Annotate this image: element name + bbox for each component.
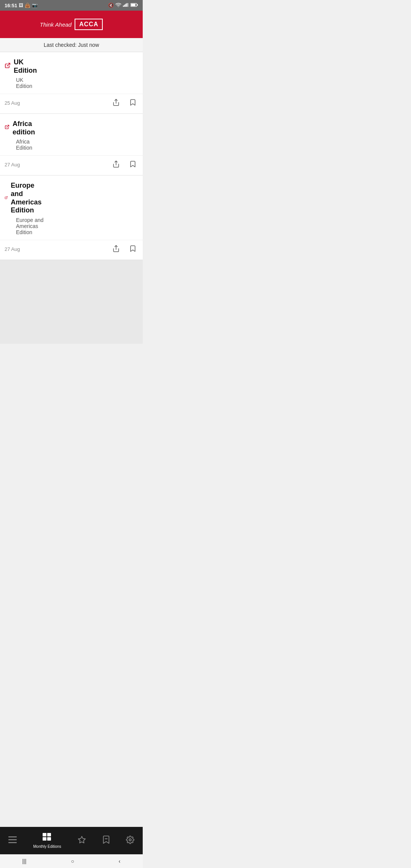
- africa-card-main: Africa edition Africa Edition AB AFR Rev…: [0, 114, 143, 155]
- uk-date: 25 Aug: [5, 100, 20, 106]
- eu-am-edition-card[interactable]: Europe and Americas Edition Europe and A…: [0, 176, 143, 260]
- eu-am-bookmark-button[interactable]: [127, 243, 138, 255]
- africa-date: 27 Aug: [5, 162, 20, 168]
- africa-actions: [111, 159, 138, 171]
- status-right: 🔇: [108, 2, 138, 9]
- nav-settings[interactable]: [121, 833, 139, 848]
- africa-edition-subtitle: Africa Edition: [5, 139, 38, 151]
- status-time: 16:51: [5, 3, 17, 8]
- empty-area: [0, 260, 143, 344]
- nav-spacer: [0, 344, 143, 385]
- africa-card-footer: 27 Aug: [0, 155, 143, 175]
- wallet-icon: 👜: [25, 3, 30, 8]
- svg-rect-6: [137, 4, 138, 5]
- africa-external-link-icon: [5, 124, 10, 132]
- monthly-editions-label: Monthly Editions: [33, 844, 61, 849]
- uk-edition-card[interactable]: UK Edition UK Edition AB UK Grape expect…: [0, 52, 143, 114]
- svg-rect-0: [123, 6, 124, 7]
- recents-button[interactable]: |||: [22, 858, 26, 864]
- monthly-editions-icon: [43, 833, 52, 843]
- svg-rect-4: [128, 3, 129, 7]
- uk-bookmark-button[interactable]: [127, 97, 138, 109]
- svg-rect-2: [125, 4, 126, 7]
- mute-icon: 🔇: [108, 3, 114, 8]
- svg-rect-15: [8, 839, 17, 840]
- svg-rect-7: [131, 4, 135, 6]
- menu-icon: [8, 836, 17, 845]
- svg-line-10: [6, 125, 9, 127]
- eu-am-card-footer: 27 Aug: [0, 240, 143, 260]
- eu-am-edition-subtitle: Europe and Americas Edition: [5, 217, 47, 235]
- africa-card-text: Africa edition Africa Edition: [5, 120, 38, 151]
- eu-am-card-text: Europe and Americas Edition Europe and A…: [5, 182, 47, 235]
- svg-rect-16: [8, 842, 17, 843]
- svg-rect-1: [124, 5, 125, 7]
- uk-card-main: UK Edition UK Edition AB UK Grape expect…: [0, 52, 143, 94]
- africa-title-row: Africa edition: [5, 120, 38, 136]
- svg-rect-14: [8, 836, 17, 838]
- africa-bookmark-button[interactable]: [127, 159, 138, 171]
- gallery-icon: 🖼: [19, 3, 23, 8]
- wifi-icon: [115, 2, 121, 9]
- home-button[interactable]: ○: [71, 858, 74, 864]
- eu-am-card-main: Europe and Americas Edition Europe and A…: [0, 176, 143, 239]
- app-header: Think Ahead ACCA: [0, 11, 143, 38]
- camera-icon: 📷: [32, 3, 38, 8]
- favorites-icon: [78, 836, 86, 846]
- android-nav-bar: ||| ○ ‹: [0, 854, 143, 868]
- eu-am-share-button[interactable]: [111, 243, 121, 255]
- bookmarks-icon: [103, 836, 110, 846]
- svg-marker-21: [78, 836, 85, 842]
- svg-rect-17: [43, 833, 46, 836]
- last-checked-text: Last checked: Just now: [44, 42, 99, 48]
- eu-am-external-link-icon: [5, 194, 8, 203]
- nav-bookmarks[interactable]: [98, 833, 114, 848]
- africa-share-button[interactable]: [111, 159, 121, 171]
- back-button[interactable]: ‹: [119, 858, 121, 864]
- svg-line-12: [6, 196, 7, 198]
- brand-tagline: Think Ahead: [40, 21, 72, 28]
- eu-am-date: 27 Aug: [5, 246, 20, 252]
- uk-card-footer: 25 Aug: [0, 94, 143, 113]
- nav-favorites[interactable]: [73, 833, 91, 848]
- svg-point-23: [129, 839, 131, 841]
- uk-edition-title: UK Edition: [14, 58, 39, 75]
- uk-card-text: UK Edition UK Edition: [5, 58, 39, 89]
- uk-share-button[interactable]: [111, 97, 121, 109]
- status-left: 16:51 🖼 👜 📷: [5, 3, 38, 8]
- battery-icon: [131, 3, 138, 8]
- svg-rect-19: [43, 837, 46, 841]
- last-checked-bar: Last checked: Just now: [0, 38, 143, 52]
- brand-logo: ACCA: [75, 19, 103, 30]
- status-bar: 16:51 🖼 👜 📷 🔇: [0, 0, 143, 11]
- svg-rect-18: [47, 833, 51, 836]
- nav-menu[interactable]: [4, 834, 21, 847]
- svg-line-8: [7, 63, 10, 66]
- svg-rect-20: [47, 837, 51, 841]
- svg-rect-3: [127, 3, 127, 7]
- eu-am-title-row: Europe and Americas Edition: [5, 182, 47, 214]
- nav-monthly-editions[interactable]: Monthly Editions: [29, 831, 65, 851]
- eu-am-actions: [111, 243, 138, 255]
- africa-edition-card[interactable]: Africa edition Africa Edition AB AFR Rev…: [0, 114, 143, 176]
- bottom-nav: Monthly Editions: [0, 827, 143, 854]
- external-link-icon: [5, 62, 11, 71]
- editions-list: UK Edition UK Edition AB UK Grape expect…: [0, 52, 143, 260]
- brand: Think Ahead ACCA: [40, 19, 103, 30]
- uk-title-row: UK Edition: [5, 58, 39, 75]
- signal-icon: [123, 3, 129, 8]
- eu-am-edition-title: Europe and Americas Edition: [11, 182, 47, 214]
- settings-icon: [126, 836, 134, 846]
- uk-actions: [111, 97, 138, 109]
- uk-edition-subtitle: UK Edition: [5, 77, 39, 89]
- africa-edition-title: Africa edition: [13, 120, 38, 136]
